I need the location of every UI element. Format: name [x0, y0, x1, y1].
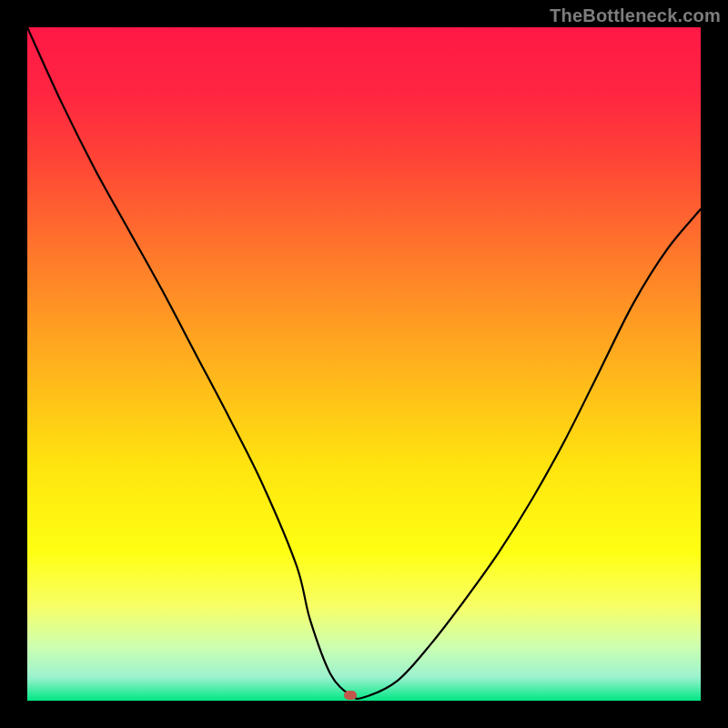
- watermark-text: TheBottleneck.com: [550, 5, 721, 26]
- bottleneck-marker: [344, 691, 357, 700]
- chart-frame: TheBottleneck.com: [0, 0, 728, 728]
- bottleneck-curve: [27, 27, 701, 701]
- plot-area: [27, 27, 701, 701]
